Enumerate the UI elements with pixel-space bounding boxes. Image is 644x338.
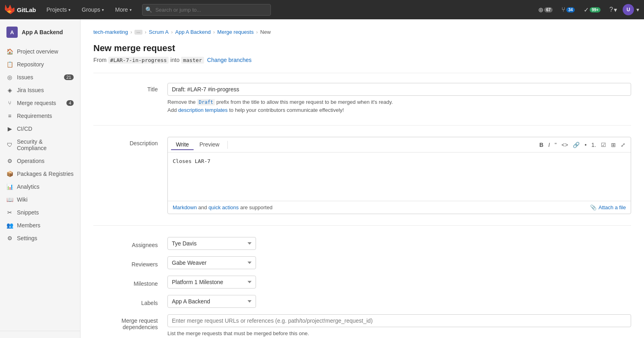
merge-deps-input[interactable] [167,314,631,327]
italic-button[interactable]: I [546,140,552,149]
help-icon: ? [609,6,613,13]
sidebar-item-packages[interactable]: 📦 Packages & Registries [0,167,80,180]
into-branch: master [181,57,204,64]
todos-button[interactable]: ✓ 99+ [580,4,604,15]
sidebar-item-label: CI/CD [17,126,32,132]
sidebar-item-cicd[interactable]: ▶ CI/CD [0,122,80,135]
sidebar-item-label: Merge requests [17,100,56,106]
link-button[interactable]: 🔗 [571,140,582,149]
editor-text: Closes LAR-7 [173,158,211,164]
milestone-select[interactable]: Platform 1 Milestone [167,276,256,289]
bold-button[interactable]: B [537,140,545,149]
draft-link[interactable]: Draft [197,99,215,105]
sidebar-item-merge-requests[interactable]: ⑂ Merge requests 4 [0,97,80,109]
sidebar-item-wiki[interactable]: 📖 Wiki [0,193,80,206]
sidebar-item-analytics[interactable]: 📊 Analytics [0,180,80,193]
assignees-select[interactable]: Tye Davis [167,237,256,250]
more-menu-button[interactable]: More ▾ [111,4,136,15]
help-chevron-icon: ▾ [614,6,617,14]
check-icon: ✓ [584,6,589,14]
sidebar-item-repository[interactable]: 📋 Repository [0,58,80,71]
table-button[interactable]: ⊞ [609,140,618,149]
search-container: 🔍 [142,4,271,16]
editor-content-area[interactable]: Closes LAR-7 [168,153,631,201]
title-hint: Remove the Draft prefix from the title t… [167,98,631,114]
breadcrumb-tech-marketing[interactable]: tech-marketing [93,29,128,35]
section-divider-1 [93,125,631,126]
breadcrumb-dots[interactable]: ··· [134,30,142,35]
sidebar-item-label: Settings [17,235,37,241]
labels-label: Labels [93,297,158,306]
quick-actions-link[interactable]: quick actions [208,204,239,210]
merge-icon: ⑂ [561,6,566,13]
requirements-icon: ≡ [6,113,13,119]
operations-icon: ⚙ [6,158,13,164]
description-templates-link[interactable]: description templates [178,107,228,113]
jira-icon: ◈ [6,87,13,93]
projects-chevron-icon: ▾ [68,8,70,12]
breadcrumb-scrum-a[interactable]: Scrum A [149,29,169,35]
page-title: New merge request [93,43,631,54]
fullscreen-button[interactable]: ⤢ [619,140,627,149]
sidebar-item-settings[interactable]: ⚙ Settings [0,232,80,245]
groups-chevron-icon: ▾ [102,8,104,12]
analytics-icon: 📊 [6,183,13,190]
search-input[interactable] [142,4,271,16]
form-divider-top [93,73,631,73]
project-header: A App A Backend [0,23,80,42]
merge-deps-hint: List the merge requests that must be mer… [167,330,631,338]
merge-requests-icon: ⑂ [6,100,13,106]
attach-label: Attach a file [599,204,626,210]
task-list-button[interactable]: ☑ [599,140,608,149]
sidebar-item-operations[interactable]: ⚙ Operations [0,155,80,167]
sidebar-item-label: Operations [17,158,44,164]
wiki-icon: 📖 [6,196,13,203]
packages-icon: 📦 [6,171,13,177]
sidebar-item-snippets[interactable]: ✂ Snippets [0,206,80,219]
help-button[interactable]: ? ▾ [606,4,620,15]
sidebar-item-security[interactable]: 🛡 Security & Compliance [0,135,80,155]
editor-actions: B I " <> 🔗 • 1. ☑ ⊞ ⤢ [537,140,627,149]
numbered-list-button[interactable]: 1. [589,140,598,149]
projects-menu-button[interactable]: Projects ▾ [43,4,75,15]
sidebar-item-issues[interactable]: ◎ Issues 21 [0,71,80,84]
collapse-sidebar-button[interactable]: « Collapse sidebar [0,334,80,338]
sidebar-footer: « Collapse sidebar [0,331,80,338]
sidebar-item-project-overview[interactable]: 🏠 Project overview [0,45,80,58]
repository-icon: 📋 [6,61,13,68]
breadcrumb-merge-requests[interactable]: Merge requests [217,29,254,35]
new-item-button[interactable]: ⊕ 67 [535,4,556,15]
sidebar-item-label: Security & Compliance [17,138,74,151]
main-content: tech-marketing › ··· › Scrum A › App A B… [80,19,644,338]
assignees-label: Assignees [93,239,158,248]
reviewers-row: Reviewers Gabe Weaver [93,256,631,269]
sidebar-item-jira-issues[interactable]: ◈ Jira Issues [0,84,80,97]
editor-toolbar-divider [227,141,228,149]
title-input[interactable] [167,83,631,96]
home-icon: 🏠 [6,48,13,55]
from-branch: #LAR-7-in-progress [108,57,169,64]
labels-select[interactable]: App A Backend [167,295,256,308]
merge-requests-button[interactable]: ⑂ 34 [558,4,578,15]
breadcrumb-sep-3: › [171,29,173,35]
user-avatar[interactable]: U [623,4,634,15]
editor-tab-write[interactable]: Write [171,140,194,150]
breadcrumb-app-a-backend[interactable]: App A Backend [175,29,211,35]
quote-button[interactable]: " [553,140,559,149]
attach-file-button[interactable]: 📎 Attach a file [590,204,626,210]
breadcrumb-sep-1: › [130,29,132,35]
sidebar-item-label: Repository [17,61,44,68]
description-row: Description Write Preview B I " <> 🔗 • [93,137,631,214]
editor-tab-preview[interactable]: Preview [194,140,224,150]
bullet-list-button[interactable]: • [582,140,588,149]
gitlab-logo[interactable]: GitLab [5,5,36,14]
sidebar-item-requirements[interactable]: ≡ Requirements [0,109,80,122]
groups-menu-button[interactable]: Groups ▾ [78,4,108,15]
markdown-link[interactable]: Markdown [173,204,197,210]
change-branches-link[interactable]: Change branches [207,57,252,63]
sidebar-item-members[interactable]: 👥 Members [0,219,80,232]
assignees-row: Assignees Tye Davis [93,237,631,250]
breadcrumb-current: New [260,29,271,35]
code-button[interactable]: <> [559,140,570,149]
reviewers-select[interactable]: Gabe Weaver [167,256,256,269]
